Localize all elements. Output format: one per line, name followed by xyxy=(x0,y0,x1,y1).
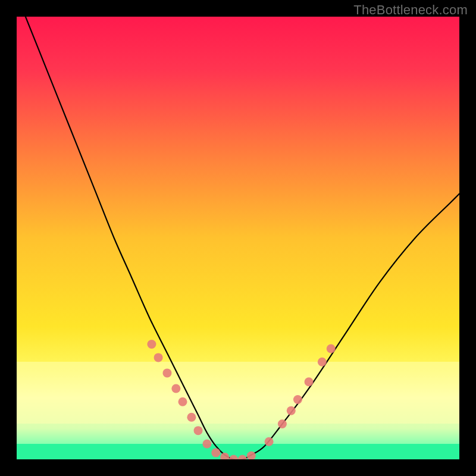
watermark-text: TheBottleneck.com xyxy=(353,2,468,18)
data-point xyxy=(293,395,302,404)
data-point xyxy=(211,448,220,457)
bottleneck-curve xyxy=(26,17,459,459)
plot-area xyxy=(17,17,459,459)
data-point xyxy=(278,419,287,428)
data-point xyxy=(287,406,296,415)
data-point xyxy=(194,426,203,435)
data-point xyxy=(147,340,156,349)
chart-frame: TheBottleneck.com xyxy=(0,0,476,476)
data-point xyxy=(327,345,336,353)
data-point xyxy=(178,397,187,406)
data-point xyxy=(229,455,238,460)
data-point xyxy=(265,437,274,446)
data-point xyxy=(187,413,196,422)
chart-svg xyxy=(17,17,459,459)
data-point xyxy=(238,455,247,460)
data-point xyxy=(162,368,171,377)
data-point xyxy=(171,384,180,393)
data-point xyxy=(305,377,314,386)
data-point xyxy=(318,358,327,367)
data-point xyxy=(202,439,211,448)
data-point xyxy=(220,453,229,459)
data-point xyxy=(154,353,163,362)
